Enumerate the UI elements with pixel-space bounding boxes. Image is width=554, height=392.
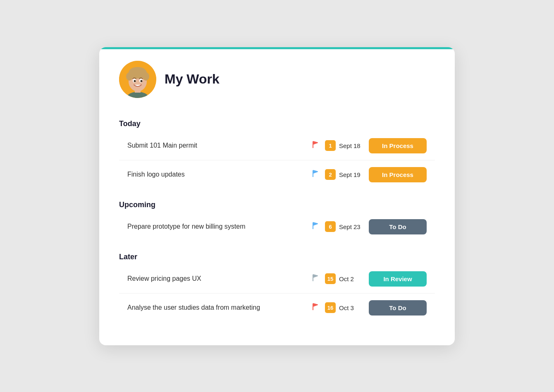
task-date: Oct 3 bbox=[339, 304, 364, 311]
priority-badge: 16Oct 3 bbox=[325, 302, 364, 313]
flag-icon bbox=[311, 221, 320, 232]
task-name: Submit 101 Main permit bbox=[127, 142, 306, 149]
task-row: Review pricing pages UX 15Oct 2In Review bbox=[119, 265, 435, 294]
section-label: Upcoming bbox=[119, 201, 435, 209]
section-label: Today bbox=[119, 120, 435, 128]
task-row: Analyse the user studies data from marke… bbox=[119, 294, 435, 322]
svg-point-5 bbox=[126, 72, 133, 81]
section-today: TodaySubmit 101 Main permit 1Sept 18In P… bbox=[119, 120, 435, 189]
task-row: Prepare prototype for new billing system… bbox=[119, 213, 435, 241]
task-date: Oct 2 bbox=[339, 275, 364, 282]
priority-number: 6 bbox=[325, 221, 336, 232]
flag-icon bbox=[311, 302, 320, 313]
task-name: Analyse the user studies data from marke… bbox=[127, 304, 306, 311]
section-label: Later bbox=[119, 253, 435, 261]
priority-badge: 15Oct 2 bbox=[325, 273, 364, 284]
task-name: Finish logo updates bbox=[127, 171, 306, 178]
flag-icon bbox=[311, 169, 320, 180]
svg-point-6 bbox=[143, 72, 149, 81]
flag-icon bbox=[311, 140, 320, 151]
priority-badge: 2Sept 19 bbox=[325, 169, 364, 180]
task-name: Review pricing pages UX bbox=[127, 275, 306, 282]
status-button-in-process[interactable]: In Process bbox=[369, 138, 427, 153]
status-button-in-review[interactable]: In Review bbox=[369, 271, 427, 287]
svg-point-10 bbox=[141, 80, 143, 82]
status-button-to-do[interactable]: To Do bbox=[369, 219, 427, 234]
content-area: TodaySubmit 101 Main permit 1Sept 18In P… bbox=[99, 120, 455, 322]
priority-number: 1 bbox=[325, 140, 336, 151]
status-button-to-do[interactable]: To Do bbox=[369, 300, 427, 316]
task-row: Submit 101 Main permit 1Sept 18In Proces… bbox=[119, 131, 435, 160]
section-upcoming: UpcomingPrepare prototype for new billin… bbox=[119, 201, 435, 241]
priority-number: 16 bbox=[325, 302, 336, 313]
page-title: My Work bbox=[165, 72, 220, 87]
flag-icon bbox=[311, 273, 320, 284]
task-date: Sept 18 bbox=[339, 142, 364, 149]
priority-badge: 1Sept 18 bbox=[325, 140, 364, 151]
priority-badge: 6Sept 23 bbox=[325, 221, 364, 232]
priority-number: 2 bbox=[325, 169, 336, 180]
task-name: Prepare prototype for new billing system bbox=[127, 223, 306, 230]
task-date: Sept 23 bbox=[339, 223, 364, 230]
task-row: Finish logo updates 2Sept 19In Process bbox=[119, 160, 435, 189]
avatar bbox=[119, 61, 156, 98]
main-card: My Work TodaySubmit 101 Main permit 1Sep… bbox=[99, 47, 455, 345]
task-date: Sept 19 bbox=[339, 171, 364, 178]
header: My Work bbox=[99, 49, 455, 108]
svg-point-9 bbox=[134, 80, 136, 82]
status-button-in-process[interactable]: In Process bbox=[369, 167, 427, 182]
section-later: LaterReview pricing pages UX 15Oct 2In R… bbox=[119, 253, 435, 322]
priority-number: 15 bbox=[325, 273, 336, 284]
